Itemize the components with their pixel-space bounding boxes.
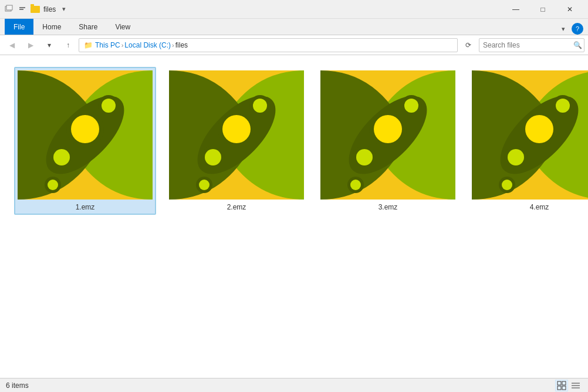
- back-button[interactable]: ◀: [4, 38, 20, 53]
- file-name-4: 4.emz: [530, 203, 549, 211]
- file-item-3[interactable]: 3.emz: [317, 67, 459, 215]
- close-button[interactable]: ✕: [556, 0, 583, 19]
- file-grid: 1.emz 2.emz: [0, 55, 588, 378]
- svg-point-15: [253, 99, 267, 113]
- svg-point-29: [356, 149, 373, 165]
- address-folder-icon: 📁: [84, 41, 93, 49]
- svg-point-25: [404, 99, 418, 113]
- help-button[interactable]: ?: [572, 23, 583, 35]
- svg-point-19: [205, 149, 221, 165]
- item-count: 6 items: [6, 381, 29, 390]
- minimize-button[interactable]: —: [502, 0, 529, 19]
- ribbon-collapse-btn[interactable]: ▾: [557, 23, 569, 35]
- svg-point-5: [102, 99, 116, 113]
- folder-icon: [31, 6, 40, 13]
- file-item-4[interactable]: 4.emz: [468, 67, 588, 215]
- tab-file[interactable]: File: [5, 19, 33, 35]
- file-item-1[interactable]: 1.emz: [14, 67, 156, 215]
- svg-point-9: [53, 149, 70, 165]
- details-view-btn[interactable]: [569, 380, 582, 391]
- svg-point-41: [502, 180, 512, 190]
- file-thumbnail-2: [169, 70, 304, 200]
- svg-point-35: [556, 99, 570, 113]
- tab-home[interactable]: Home: [33, 19, 70, 35]
- file-name-3: 3.emz: [379, 203, 398, 211]
- search-box[interactable]: 🔍: [479, 38, 584, 52]
- window-title: files: [43, 5, 56, 13]
- status-bar: 6 items: [0, 378, 588, 392]
- search-icon: 🔍: [573, 41, 582, 49]
- back-qat-icon[interactable]: [18, 5, 27, 14]
- svg-point-39: [508, 149, 524, 165]
- svg-point-27: [374, 115, 402, 143]
- address-bar-area: ◀ ▶ ▾ ↑ 📁 This PC › Local Disk (C:) › fi…: [0, 35, 588, 55]
- svg-point-37: [525, 115, 553, 143]
- svg-rect-65: [562, 386, 566, 390]
- large-icons-view-btn[interactable]: [555, 380, 568, 391]
- view-controls: [555, 380, 582, 391]
- window-icon: [5, 5, 14, 14]
- file-thumbnail-3: [320, 70, 455, 200]
- main-area: 1.emz 2.emz: [0, 55, 588, 378]
- file-item-2[interactable]: 2.emz: [165, 67, 307, 215]
- file-name-2: 2.emz: [227, 203, 246, 211]
- dropdown-recent-button[interactable]: ▾: [41, 38, 58, 53]
- file-name-1: 1.emz: [76, 203, 95, 211]
- svg-rect-64: [557, 386, 561, 390]
- title-bar: files ▾ — □ ✕: [0, 0, 588, 19]
- title-bar-icons: files ▾: [5, 5, 69, 14]
- qat-dropdown[interactable]: ▾: [59, 5, 69, 14]
- up-button[interactable]: ↑: [60, 38, 76, 53]
- svg-rect-63: [562, 381, 566, 385]
- svg-rect-1: [6, 5, 12, 10]
- svg-point-11: [48, 180, 58, 190]
- title-bar-controls: — □ ✕: [502, 0, 583, 19]
- tab-view[interactable]: View: [106, 19, 139, 35]
- svg-point-7: [71, 115, 99, 143]
- address-box[interactable]: 📁 This PC › Local Disk (C:) › files: [79, 38, 458, 52]
- address-files: files: [175, 41, 188, 49]
- forward-button[interactable]: ▶: [22, 38, 39, 53]
- svg-rect-62: [557, 381, 561, 385]
- search-input[interactable]: [483, 41, 571, 49]
- svg-point-17: [222, 115, 251, 143]
- address-local-disk[interactable]: Local Disk (C:): [124, 41, 171, 49]
- ribbon-tabs: File Home Share View ▾ ?: [0, 19, 588, 35]
- svg-point-31: [350, 180, 361, 190]
- maximize-button[interactable]: □: [529, 0, 556, 19]
- file-thumbnail-1: [18, 70, 153, 200]
- svg-point-21: [199, 180, 209, 190]
- tab-share[interactable]: Share: [70, 19, 106, 35]
- refresh-button[interactable]: ⟳: [460, 38, 477, 53]
- address-this-pc[interactable]: This PC: [95, 41, 120, 49]
- file-thumbnail-4: [472, 70, 588, 200]
